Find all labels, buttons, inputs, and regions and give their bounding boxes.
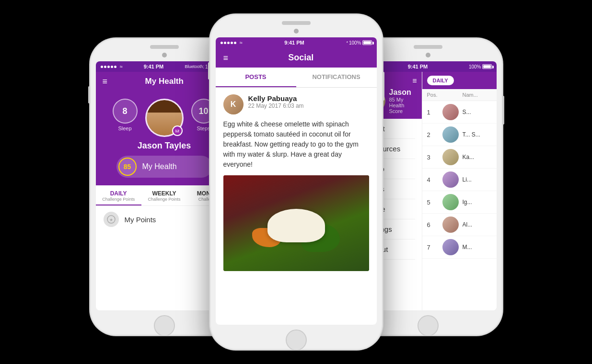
center-battery: * 100% xyxy=(346,40,371,46)
tab-posts[interactable]: POSTS xyxy=(216,68,296,87)
post-avatar: K xyxy=(223,94,244,114)
lb-avatar-1 xyxy=(442,104,459,120)
right-battery: 100% xyxy=(469,64,492,69)
posts-notifications-tabs: POSTS NOTIFICATIONS xyxy=(216,68,377,88)
wifi-icon: ≈ xyxy=(120,64,123,69)
leaderboard-header: DAILY xyxy=(422,72,497,89)
food-visual xyxy=(223,175,369,271)
signal-dots xyxy=(101,66,116,68)
tab-weekly[interactable]: WEEKLY Challenge Points xyxy=(141,185,187,205)
lb-col-name: Nam... xyxy=(463,92,492,98)
right-time: 9:41 PM xyxy=(408,64,428,69)
post-meta: Kelly Pabuaya 22 May 2017 6:03 am xyxy=(248,94,369,109)
sleep-circle: 8 xyxy=(113,99,138,124)
lb-row-3[interactable]: 3 Ka... xyxy=(422,146,497,169)
center-home-button[interactable] xyxy=(286,330,307,351)
points-label: My Points xyxy=(125,216,156,224)
right-speaker xyxy=(414,45,442,49)
post-header: K Kelly Pabuaya 22 May 2017 6:03 am xyxy=(223,94,369,114)
post-card: K Kelly Pabuaya 22 May 2017 6:03 am Egg … xyxy=(216,88,377,278)
center-battery-icon xyxy=(362,40,372,45)
lb-avatar-6 xyxy=(442,216,459,233)
phone-center: ≈ 9:41 PM * 100% ≡ Social POSTS xyxy=(210,14,383,350)
post-image xyxy=(223,175,369,271)
post-date: 22 May 2017 6:03 am xyxy=(248,102,369,109)
left-speaker xyxy=(150,45,179,49)
lb-row-7[interactable]: 7 M... xyxy=(422,236,497,259)
lb-avatar-2 xyxy=(442,126,459,143)
right-battery-icon xyxy=(482,64,492,69)
center-signal: ≈ xyxy=(221,40,243,46)
points-icon: ★ xyxy=(104,212,119,227)
left-time: 9:41 PM xyxy=(144,64,164,69)
right-score-text: 85 My Health Score xyxy=(389,97,417,114)
tab-daily[interactable]: DAILY Challenge Points xyxy=(96,185,141,205)
center-header: ≡ Social xyxy=(216,48,377,68)
center-camera xyxy=(294,29,299,34)
score-circle: 85 xyxy=(118,158,137,176)
left-title: My Health xyxy=(112,77,216,86)
leaderboard-daily-tab[interactable]: DAILY xyxy=(427,76,454,85)
svg-text:★: ★ xyxy=(109,217,113,222)
post-author: Kelly Pabuaya xyxy=(248,94,369,102)
left-signal: ≈ xyxy=(101,64,123,69)
tab-notifications[interactable]: NOTIFICATIONS xyxy=(296,68,377,87)
post-text: Egg white & cheese omelette with spinach… xyxy=(223,119,369,170)
lb-row-2[interactable]: 2 T... S... xyxy=(422,124,497,146)
center-hamburger-icon[interactable]: ≡ xyxy=(223,54,229,62)
avatar-container: 12 xyxy=(145,99,184,137)
lb-col-pos: Pos. xyxy=(427,92,439,98)
phones-container: ≈ 9:41 PM Bluetooth; 100% ≡ My Health xyxy=(90,10,502,354)
center-screen: ≈ 9:41 PM * 100% ≡ Social POSTS xyxy=(216,37,377,325)
lb-cols: Pos. Nam... xyxy=(422,89,497,101)
profile-name: Jason Tayles xyxy=(138,141,191,151)
lb-avatar-7 xyxy=(442,239,459,255)
right-name: Jason xyxy=(389,88,417,97)
center-speaker xyxy=(282,21,311,25)
center-status-bar: ≈ 9:41 PM * 100% xyxy=(216,37,377,48)
health-score-text: My Health xyxy=(142,162,177,171)
right-home-button[interactable] xyxy=(418,315,439,336)
streak-badge: 12 xyxy=(172,125,183,136)
health-score-bar[interactable]: 85 My Health xyxy=(116,156,212,178)
lb-avatar-5 xyxy=(442,194,459,210)
center-time: 9:41 PM xyxy=(284,40,304,46)
lb-row-1[interactable]: 1 S... xyxy=(422,101,497,124)
center-wifi-icon: ≈ xyxy=(240,40,243,46)
sleep-stat: 8 Sleep xyxy=(113,99,138,131)
sleep-label: Sleep xyxy=(118,125,131,131)
lb-avatar-3 xyxy=(442,149,459,165)
center-title: Social xyxy=(233,53,369,63)
left-camera xyxy=(162,53,167,57)
hamburger-icon[interactable]: ≡ xyxy=(103,77,108,86)
lb-row-5[interactable]: 5 Ig... xyxy=(422,191,497,214)
steps-label: Steps xyxy=(197,125,210,131)
lb-row-6[interactable]: 6 Al... xyxy=(422,214,497,236)
leaderboard-panel: DAILY Pos. Nam... 1 S... 2 xyxy=(422,72,497,310)
lb-row-4[interactable]: 4 Li... xyxy=(422,169,497,191)
profile-row: 8 Sleep 12 10 xyxy=(104,99,225,137)
lb-avatar-4 xyxy=(442,171,459,188)
left-home-button[interactable] xyxy=(154,315,175,336)
right-hamburger-icon[interactable]: ≡ xyxy=(412,77,417,85)
right-camera xyxy=(426,53,430,57)
